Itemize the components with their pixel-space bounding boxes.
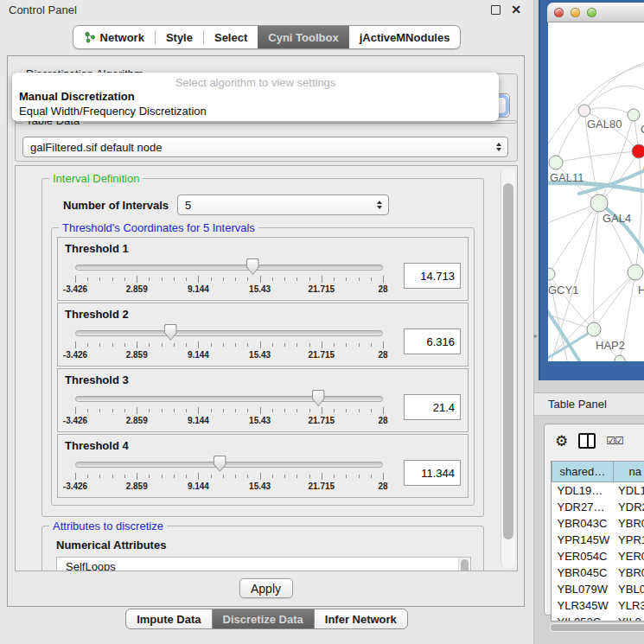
table-cell: YLR345W — [552, 597, 614, 614]
network-node-label: GAL11 — [550, 171, 584, 184]
table-cell: YLR3 — [613, 597, 644, 614]
dropdown-option-equal-width-frequency[interactable]: Equal Width/Frequency Discretization — [19, 105, 207, 118]
column-header-shared-name[interactable]: shared… — [552, 462, 614, 482]
close-icon[interactable]: ✕ — [511, 3, 521, 16]
algorithm-dropdown-popup: Select algorithm to view settings Manual… — [12, 73, 499, 121]
threshold-3-value-field[interactable] — [404, 394, 461, 420]
network-node-label: GAL80 — [587, 118, 622, 131]
zoom-traffic-light[interactable] — [587, 8, 596, 17]
network-edge — [584, 61, 644, 111]
tab-select[interactable]: Select — [204, 26, 258, 48]
network-node-gal80[interactable] — [578, 105, 590, 117]
vertical-scrollbar-thumb[interactable] — [503, 183, 513, 539]
slider-tick-label: 9.144 — [188, 481, 209, 491]
slider-tick — [296, 475, 297, 478]
network-node-gal11[interactable] — [549, 156, 563, 169]
splitter-handle-icon[interactable]: ▸ — [534, 332, 538, 340]
network-node[interactable] — [615, 355, 625, 361]
cyni-toolbox-panel: Discretization Algorithm Table Data galF… — [7, 55, 525, 607]
table-row[interactable]: YPR145WYPR1 — [552, 532, 644, 548]
threshold-2-value-field[interactable] — [404, 328, 461, 354]
network-node-hap2[interactable] — [587, 322, 601, 336]
slider-tick — [174, 343, 175, 347]
float-window-icon[interactable] — [491, 5, 501, 15]
slider-tick — [75, 276, 76, 283]
threshold-4-panel: Threshold 4-3.4262.8599.14415.4321.71528 — [57, 434, 469, 498]
slider-tick — [260, 341, 261, 348]
table-row[interactable]: YBL079WYBL0 — [552, 581, 644, 597]
number-of-intervals-select[interactable]: 5 — [177, 194, 389, 215]
tab-impute-data[interactable]: Impute Data — [125, 609, 212, 629]
slider-tick-label: 28 — [378, 481, 387, 491]
slider-tick — [149, 343, 150, 347]
network-canvas[interactable]: GAL80GACGAL11GAL4GCY1HHAP2 — [548, 22, 644, 361]
network-node-c[interactable] — [632, 144, 644, 158]
tab-jactivemnodules[interactable]: jActiveMNodules — [349, 26, 461, 48]
slider-tick — [309, 409, 310, 412]
table-cell: YER054C — [552, 548, 614, 564]
slider-thumb[interactable] — [164, 324, 177, 341]
slider-tick — [383, 276, 384, 283]
threshold-2-label: Threshold 2 — [65, 308, 461, 321]
close-traffic-light[interactable] — [554, 8, 564, 17]
column-header-name[interactable]: na — [613, 462, 644, 482]
network-icon — [84, 31, 96, 43]
attribute-item[interactable]: SelfLoops — [66, 559, 470, 571]
select-columns-icon[interactable]: ☑☑ — [606, 435, 623, 447]
numerical-attributes-list[interactable]: SelfLoopsTopologicalCoefficientBetweenne… — [56, 557, 471, 571]
tab-cyni-toolbox[interactable]: Cyni Toolbox — [258, 26, 348, 48]
horizontal-scrollbar[interactable] — [550, 623, 644, 632]
table-row[interactable]: YBR043CYBR0 — [552, 515, 644, 532]
table-row[interactable]: YER054CYER0 — [552, 548, 644, 564]
table-cell: YBR0 — [613, 515, 644, 532]
table-row[interactable]: YLR345WYLR3 — [552, 597, 644, 614]
tab-style[interactable]: Style — [156, 26, 203, 48]
table-row[interactable]: YDR27…YDR2 — [552, 499, 644, 515]
slider-tick — [198, 276, 199, 283]
slider-ruler — [75, 276, 383, 284]
attribute-list-scrollbar[interactable] — [458, 558, 470, 571]
control-panel: Control Panel ✕ Network Style — [0, 0, 533, 644]
slider-tick-label: 9.144 — [188, 416, 209, 425]
minimize-traffic-light[interactable] — [571, 8, 580, 17]
threshold-2-slider[interactable]: -3.4262.8599.14415.4321.71528 — [65, 322, 393, 360]
tab-discretize-data[interactable]: Discretize Data — [212, 609, 315, 629]
network-node-ga[interactable] — [628, 109, 640, 121]
threshold-3-slider[interactable]: -3.4262.8599.14415.4321.71528 — [65, 388, 393, 426]
slider-tick — [112, 277, 113, 281]
dropdown-option-manual-discretization[interactable]: Manual Discretization — [19, 90, 135, 103]
slider-thumb[interactable] — [214, 456, 226, 472]
slider-tick — [346, 277, 347, 281]
threshold-1-slider[interactable]: -3.4262.8599.14415.4321.71528 — [65, 257, 393, 295]
tab-select-label: Select — [214, 31, 247, 44]
dropdown-placeholder: Select algorithm to view settings — [12, 76, 499, 89]
slider-tick — [211, 277, 212, 281]
table-row[interactable]: YDL19…YDL1 — [552, 482, 644, 500]
gear-icon[interactable]: ⚙ — [555, 434, 568, 449]
control-panel-titlebar: Control Panel ✕ — [0, 0, 533, 19]
slider-thumb[interactable] — [246, 258, 259, 275]
network-node-label: HAP2 — [596, 339, 625, 352]
table-data-select[interactable]: galFiltered.sif default node — [22, 137, 508, 157]
network-edge — [594, 203, 599, 329]
table-row[interactable]: YIL052CYIL0 — [552, 614, 644, 622]
slider-tick — [296, 277, 297, 281]
slider-tick — [75, 341, 76, 348]
vertical-scrollbar[interactable] — [501, 168, 515, 569]
network-node-gal4[interactable] — [590, 194, 608, 212]
slider-tick-label: 15.43 — [249, 481, 271, 491]
split-columns-icon[interactable] — [578, 433, 596, 449]
threshold-4-value-field[interactable] — [404, 460, 461, 486]
threshold-1-value-field[interactable] — [404, 263, 461, 289]
threshold-4-slider[interactable]: -3.4262.8599.14415.4321.71528 — [65, 454, 393, 492]
tab-infer-network[interactable]: Infer Network — [314, 609, 408, 629]
apply-button[interactable]: Apply — [239, 578, 293, 598]
slider-tick-label: -3.426 — [63, 416, 87, 425]
table-row[interactable]: YBR045CYBR0 — [552, 564, 644, 581]
network-node-h[interactable] — [628, 265, 643, 280]
network-node-label: H — [638, 284, 644, 296]
slider-thumb[interactable] — [312, 390, 325, 406]
network-node-gcy1[interactable] — [548, 268, 555, 280]
horizontal-scrollbar-thumb[interactable] — [551, 624, 644, 631]
tab-network[interactable]: Network — [73, 26, 155, 48]
